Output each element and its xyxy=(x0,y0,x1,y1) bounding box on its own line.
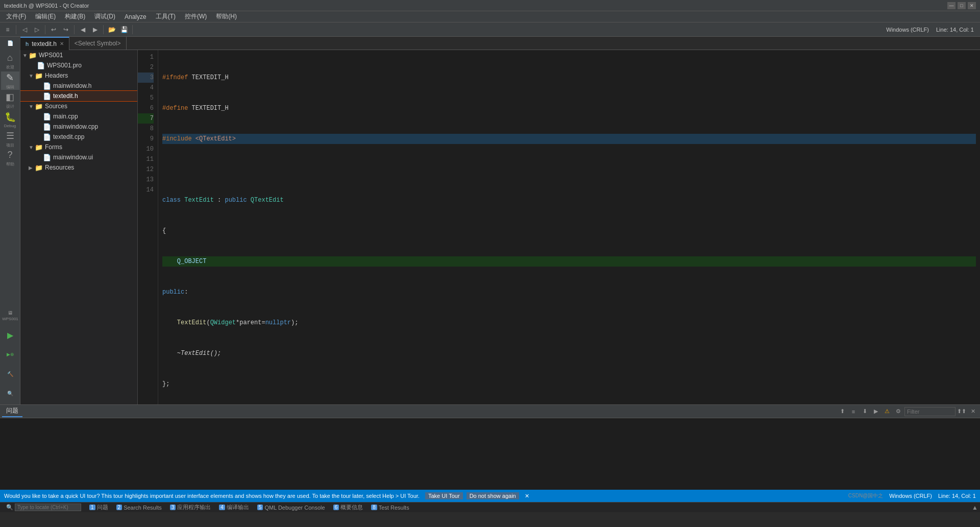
sidebar-projects[interactable]: ☰ 项目 xyxy=(1,130,19,148)
sidebar-edit[interactable]: ✎ 编辑 xyxy=(1,71,19,90)
task-summary[interactable]: 6 概要信息 xyxy=(329,504,368,511)
tree-textedit-cpp[interactable]: ▶ 📄 textedit.cpp xyxy=(20,132,137,142)
qml-debugger-label: QML Debugger Console xyxy=(264,505,325,511)
task-search-results[interactable]: 2 Search Results xyxy=(112,505,166,511)
tree-sources[interactable]: ▼ 📁 Sources xyxy=(20,101,137,111)
line-num-10: 10 xyxy=(138,144,154,154)
filter-input[interactable] xyxy=(904,407,955,416)
arrow-sources: ▼ xyxy=(29,104,35,109)
tab-textedit-h-label: textedit.h xyxy=(32,40,57,47)
task-search[interactable]: 🔍 xyxy=(2,504,85,511)
bt-close-panel[interactable]: ✕ xyxy=(968,406,978,417)
code-editor[interactable]: 1 2 3 4 ▶5 6 7 8 9 10 11 12 13 14 #ifnde… xyxy=(138,50,980,404)
menu-debug[interactable]: 调试(D) xyxy=(90,11,119,22)
csdn-watermark: CSDN@国中之 xyxy=(848,492,884,499)
constructor-name: TextEdit xyxy=(177,318,207,328)
sidebar-help[interactable]: ? 帮助 xyxy=(1,149,19,167)
sidebar-welcome[interactable]: ⌂ 欢迎 xyxy=(1,52,19,70)
task-compile-output[interactable]: 4 编译输出 xyxy=(215,504,253,511)
tab-select-symbol-label: <Select Symbol> xyxy=(75,40,121,47)
bt-run[interactable]: ▶ xyxy=(871,406,881,417)
tb-back[interactable]: ◁ xyxy=(19,24,30,35)
issues-label: 问题 xyxy=(97,504,108,511)
design-icon: ◧ xyxy=(6,91,14,103)
tb-save[interactable]: 💾 xyxy=(118,24,130,35)
bt-settings[interactable]: ⚙ xyxy=(893,406,903,417)
sidebar-debug-run[interactable]: 🔨 xyxy=(1,365,19,383)
tree-resources[interactable]: ▶ 📁 Resources xyxy=(20,162,137,173)
code-lines[interactable]: #ifndef TEXTEDIT_H #define TEXTEDIT_H #i… xyxy=(158,50,980,404)
bt-warning[interactable]: ⚠ xyxy=(882,406,892,417)
tab-close-textedit-h[interactable]: ✕ xyxy=(60,41,64,46)
tb-redo[interactable]: ↪ xyxy=(60,24,71,35)
tb-undo[interactable]: ↩ xyxy=(48,24,59,35)
dont-show-button[interactable]: Do not show again xyxy=(467,492,519,499)
tree-forms[interactable]: ▼ 📁 Forms xyxy=(20,142,137,152)
take-tour-button[interactable]: Take UI Tour xyxy=(425,492,463,499)
tb-prev[interactable]: ◀ xyxy=(77,24,88,35)
tree-mainwindow-h[interactable]: ▶ 📄 mainwindow.h xyxy=(20,81,137,91)
sidebar-wps001[interactable]: 🖥 WPS001 xyxy=(1,306,19,325)
qml-debugger-number: 5 xyxy=(257,505,263,510)
sidebar-design[interactable]: ◧ 设计 xyxy=(1,91,19,109)
edit-icon: ✎ xyxy=(6,72,14,83)
sidebar-run[interactable]: ▶ xyxy=(1,326,19,344)
tb-menu[interactable]: ≡ xyxy=(2,24,13,35)
folder-icon-resources: 📁 xyxy=(35,164,43,172)
pro-icon: 📄 xyxy=(37,62,45,69)
tab-bar: 📄 h textedit.h ✕ <Select Symbol> xyxy=(0,37,980,50)
tb-forward[interactable]: ▷ xyxy=(31,24,42,35)
bottom-tab-issues[interactable]: 问题 xyxy=(2,406,22,417)
sidebar-build-run[interactable]: ▶⊕ xyxy=(1,345,19,364)
task-test-results[interactable]: 8 Test Results xyxy=(367,505,413,511)
tree-mainwindow-cpp[interactable]: ▶ 📄 mainwindow.cpp xyxy=(20,122,137,132)
line-num-2: 2 xyxy=(138,62,154,73)
tree-label-sources: Sources xyxy=(45,103,67,110)
qwidget-type: QWidget xyxy=(210,318,236,328)
maximize-button[interactable]: □ xyxy=(958,2,966,9)
menu-build[interactable]: 构建(B) xyxy=(61,11,89,22)
bt-filter[interactable]: ≡ xyxy=(848,406,859,417)
line-num-5: ▶5 xyxy=(138,93,154,103)
code-line-5: class TextEdit : public QTextEdit xyxy=(162,195,976,205)
menu-file[interactable]: 文件(F) xyxy=(2,11,30,22)
destructor-name: TextEdit xyxy=(181,348,210,358)
arrow-headers: ▼ xyxy=(29,73,35,79)
bt-expand[interactable]: ⬆⬆ xyxy=(957,406,967,417)
tree-wps001-pro[interactable]: ▶ 📄 WPS001.pro xyxy=(20,60,137,70)
close-tour-button[interactable]: ✕ xyxy=(523,492,531,500)
menu-controls[interactable]: 控件(W) xyxy=(181,11,211,22)
task-app-output[interactable]: 3 应用程序输出 xyxy=(166,504,215,511)
bt-up[interactable]: ⬆ xyxy=(837,406,847,417)
tb-open[interactable]: 📂 xyxy=(106,24,117,35)
bottom-content xyxy=(0,418,980,490)
tree-wps001[interactable]: ▼ 📁 WPS001 xyxy=(20,50,137,60)
tb-sep-5 xyxy=(132,25,133,34)
tab-select-symbol[interactable]: <Select Symbol> xyxy=(69,37,127,50)
tb-next[interactable]: ▶ xyxy=(89,24,101,35)
tree-main-cpp[interactable]: ▶ 📄 main.cpp xyxy=(20,111,137,122)
menu-tools[interactable]: 工具(T) xyxy=(152,11,180,22)
menu-edit[interactable]: 编辑(E) xyxy=(31,11,60,22)
bt-down[interactable]: ⬇ xyxy=(860,406,870,417)
bottom-tabs: 问题 ⬆ ≡ ⬇ ▶ ⚠ ⚙ ⬆⬆ ✕ xyxy=(0,405,980,418)
tree-headers[interactable]: ▼ 📁 Headers xyxy=(20,70,137,81)
tree-mainwindow-ui[interactable]: ▶ 📄 mainwindow.ui xyxy=(20,152,137,162)
tree-textedit-h[interactable]: ▶ 📄 textedit.h xyxy=(20,91,137,101)
tb-sep-3 xyxy=(74,25,75,34)
task-issues[interactable]: 1 问题 xyxy=(85,504,112,511)
sidebar-stop[interactable]: 🔍 xyxy=(1,384,19,402)
sidebar-debug[interactable]: 🐛 Debug xyxy=(1,110,19,129)
code-line-11: }; xyxy=(162,379,976,389)
code-line-10: ~TextEdit(); xyxy=(162,348,976,358)
task-qml-debugger[interactable]: 5 QML Debugger Console xyxy=(253,505,329,511)
menu-analyze[interactable]: Analyze xyxy=(120,11,151,22)
close-button[interactable]: ✕ xyxy=(968,2,976,9)
tb-windows-crlf: Windows (CRLF) xyxy=(884,27,931,33)
minimize-button[interactable]: — xyxy=(947,2,955,9)
test-results-number: 8 xyxy=(371,505,377,510)
task-bar-up[interactable]: ▲ xyxy=(972,504,978,511)
tab-textedit-h[interactable]: h textedit.h ✕ xyxy=(20,37,69,50)
locate-input[interactable] xyxy=(15,504,81,511)
menu-help[interactable]: 帮助(H) xyxy=(212,11,241,22)
